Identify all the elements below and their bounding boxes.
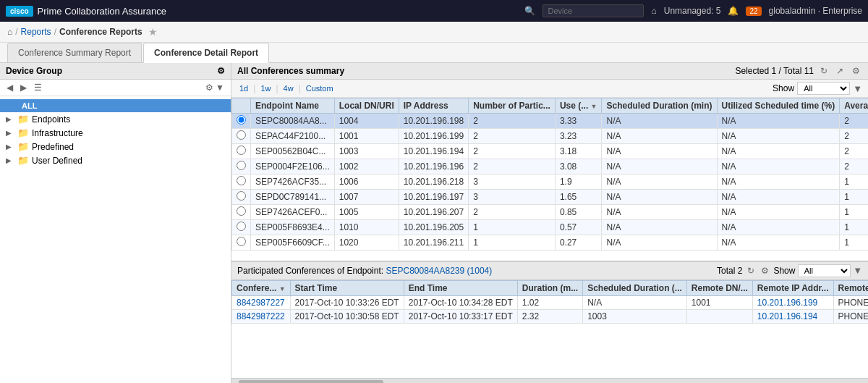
home-icon[interactable]: ⌂ bbox=[651, 6, 656, 16]
radio-input[interactable] bbox=[237, 161, 246, 170]
nav-forward-button[interactable]: ▶ bbox=[18, 82, 29, 93]
sched-duration-cell: N/A bbox=[602, 205, 717, 220]
table-row[interactable]: SEP7426ACEF0... 1005 10.201.196.207 2 0.… bbox=[232, 205, 869, 220]
col-header-ip[interactable]: IP Address bbox=[399, 98, 468, 114]
col-header-confid[interactable]: Confere... ▼ bbox=[232, 281, 291, 296]
ip-cell: 10.201.196.198 bbox=[399, 114, 468, 129]
show-select-bottom[interactable]: All Selected bbox=[798, 264, 851, 277]
tree-node-userdefined[interactable]: ▶ 📁 User Defined bbox=[0, 153, 231, 167]
col-header-radio bbox=[232, 98, 251, 114]
nav-back-button[interactable]: ◀ bbox=[4, 82, 15, 93]
tab-detail[interactable]: Conference Detail Report bbox=[143, 43, 269, 63]
radio-input[interactable] bbox=[237, 191, 246, 201]
favorite-star-icon[interactable]: ★ bbox=[148, 26, 158, 38]
radio-cell[interactable] bbox=[232, 235, 251, 251]
refresh-button-top[interactable]: ↻ bbox=[818, 65, 830, 77]
total-label: Total 2 bbox=[717, 266, 742, 276]
conf-id-cell[interactable]: 8842987222 bbox=[232, 310, 291, 324]
tab-summary[interactable]: Conference Summary Report bbox=[7, 43, 142, 62]
tree-toolbar: ◀ ▶ ☰ ⚙ ▼ bbox=[0, 80, 231, 96]
table-row[interactable]: SEPAC44F2100... 1001 10.201.196.199 2 3.… bbox=[232, 129, 869, 144]
col-header-remote-ip[interactable]: Remote IP Addr... bbox=[752, 281, 833, 296]
col-header-sched-dur[interactable]: Scheduled Duration (... bbox=[583, 281, 687, 296]
table-row[interactable]: SEP005F6609CF... 1020 10.201.196.211 1 0… bbox=[232, 235, 869, 251]
table-row[interactable]: SEP005F8693E4... 1010 10.201.196.205 1 0… bbox=[232, 220, 869, 235]
reports-link[interactable]: Reports bbox=[21, 27, 51, 37]
endpoint-name-cell: SEP7426ACEF0... bbox=[251, 205, 335, 220]
scroll-thumb[interactable] bbox=[239, 380, 383, 384]
table-row[interactable]: SEP7426ACF35... 1006 10.201.196.218 3 1.… bbox=[232, 174, 869, 190]
radio-cell[interactable] bbox=[232, 159, 251, 174]
radio-cell[interactable] bbox=[232, 144, 251, 159]
refresh-button-bottom[interactable]: ↻ bbox=[745, 265, 757, 277]
radio-input[interactable] bbox=[237, 146, 246, 155]
list-view-button[interactable]: ☰ bbox=[32, 82, 44, 93]
radio-input[interactable] bbox=[237, 130, 246, 140]
bottom-endpoint-name[interactable]: SEPC80084AA8239 (1004) bbox=[386, 266, 492, 276]
tree-node-predefined[interactable]: ▶ 📁 Predefined bbox=[0, 140, 231, 153]
col-header-use[interactable]: Use (... ▼ bbox=[555, 98, 602, 114]
export-button-top[interactable]: ↗ bbox=[834, 65, 846, 77]
col-header-duration[interactable]: Duration (m... bbox=[517, 281, 582, 296]
use-cell: 3.18 bbox=[555, 144, 602, 159]
radio-cell[interactable] bbox=[232, 114, 251, 129]
table-row[interactable]: SEP0004F2E106... 1002 10.201.196.196 2 3… bbox=[232, 159, 869, 174]
col-header-endtime[interactable]: End Time bbox=[404, 281, 517, 296]
radio-cell[interactable] bbox=[232, 205, 251, 220]
radio-input[interactable] bbox=[237, 176, 246, 185]
tree-content: ALL ▶ 📁 Endpoints ▶ 📁 Infrastructure ▶ 📁… bbox=[0, 96, 231, 170]
ip-cell: 10.201.196.197 bbox=[399, 190, 468, 205]
filter-button-bottom[interactable]: ▼ bbox=[853, 265, 862, 276]
col-header-remote-dn[interactable]: Remote DN/... bbox=[686, 281, 752, 296]
radio-input[interactable] bbox=[237, 237, 246, 246]
filter-custom-button[interactable]: Custom bbox=[304, 83, 336, 93]
radio-input[interactable] bbox=[237, 115, 246, 125]
gear-icon[interactable]: ⚙ bbox=[217, 66, 225, 76]
settings-button-top[interactable]: ⚙ bbox=[850, 65, 862, 77]
utilized-cell: N/A bbox=[717, 220, 840, 235]
radio-cell[interactable] bbox=[232, 129, 251, 144]
tree-node-endpoints[interactable]: ▶ 📁 Endpoints bbox=[0, 112, 231, 126]
table-row[interactable]: SEPC80084AA8... 1004 10.201.196.198 2 3.… bbox=[232, 114, 869, 129]
avg-cell: 2 bbox=[840, 129, 868, 144]
col-header-participants[interactable]: Number of Partic... bbox=[469, 98, 556, 114]
top-table-wrapper[interactable]: Endpoint Name Local DN/URI IP Address Nu… bbox=[231, 98, 868, 261]
bell-icon[interactable]: 🔔 bbox=[728, 6, 739, 16]
filter-1w-button[interactable]: 1w bbox=[258, 83, 273, 93]
filter-4w-button[interactable]: 4w bbox=[281, 83, 296, 93]
horizontal-scrollbar[interactable] bbox=[231, 378, 868, 383]
remote-ip-cell[interactable]: 10.201.196.194 bbox=[752, 310, 833, 324]
tree-node-all[interactable]: ALL bbox=[0, 99, 231, 112]
col-header-utilized[interactable]: Utilized Scheduled time (%) bbox=[717, 98, 840, 114]
table-row[interactable]: 8842987222 2017-Oct-10 10:30:58 EDT 2017… bbox=[232, 310, 869, 324]
conf-id-cell[interactable]: 8842987227 bbox=[232, 296, 291, 310]
utilized-cell: N/A bbox=[717, 174, 840, 190]
tree-settings-button[interactable]: ⚙ ▼ bbox=[203, 82, 226, 93]
col-header-localdn[interactable]: Local DN/URI bbox=[334, 98, 399, 114]
settings-button-bottom[interactable]: ⚙ bbox=[759, 265, 771, 277]
tree-node-infrastructure[interactable]: ▶ 📁 Infrastructure bbox=[0, 126, 231, 140]
remote-ip-cell[interactable]: 10.201.196.199 bbox=[752, 296, 833, 310]
radio-input[interactable] bbox=[237, 222, 246, 231]
table-row[interactable]: SEP00562B04C... 1003 10.201.196.194 2 3.… bbox=[232, 144, 869, 159]
col-header-scheduled-duration[interactable]: Scheduled Duration (min) bbox=[602, 98, 717, 114]
radio-input[interactable] bbox=[237, 206, 246, 216]
col-header-endpoint[interactable]: Endpoint Name bbox=[251, 98, 335, 114]
col-header-avg-conference[interactable]: Average Confere... bbox=[840, 98, 868, 114]
table-row[interactable]: SEPD0C789141... 1007 10.201.196.197 3 1.… bbox=[232, 190, 869, 205]
radio-cell[interactable] bbox=[232, 174, 251, 190]
bottom-table-wrapper[interactable]: Confere... ▼ Start Time End Time Duratio… bbox=[231, 280, 868, 378]
left-panel: Device Group ⚙ ◀ ▶ ☰ ⚙ ▼ ALL ▶ 📁 Endpoin… bbox=[0, 63, 231, 383]
search-input[interactable] bbox=[542, 4, 644, 17]
filter-button-top[interactable]: ▼ bbox=[853, 83, 862, 94]
col-header-starttime[interactable]: Start Time bbox=[290, 281, 404, 296]
show-select-top[interactable]: All Selected bbox=[797, 82, 850, 95]
remote-device-cell: PHONE bbox=[833, 310, 868, 324]
table-row[interactable]: 8842987227 2017-Oct-10 10:33:26 EDT 2017… bbox=[232, 296, 869, 310]
radio-cell[interactable] bbox=[232, 190, 251, 205]
use-cell: 0.85 bbox=[555, 205, 602, 220]
filter-1d-button[interactable]: 1d bbox=[237, 83, 250, 93]
radio-cell[interactable] bbox=[232, 220, 251, 235]
home-breadcrumb-icon[interactable]: ⌂ bbox=[7, 27, 12, 37]
col-header-remote-device[interactable]: Remote Device Type bbox=[833, 281, 868, 296]
